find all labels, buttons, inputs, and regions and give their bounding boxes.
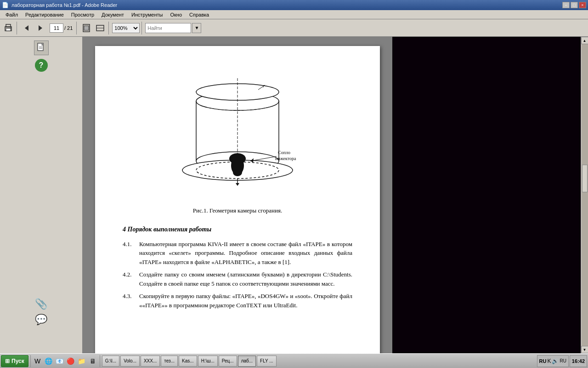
scrollbar-thumb[interactable]	[582, 165, 588, 192]
titlebar: 📄 лабораторная работа №1.pdf - Adobe Rea…	[0, 0, 588, 10]
start-button[interactable]: ⊞ Пуск	[1, 355, 28, 367]
taskbar-btn-3[interactable]: XXX...	[141, 356, 160, 367]
pdf-page: r Сопло инжектора	[95, 46, 380, 353]
svg-text:инжектора: инжектора	[275, 156, 296, 161]
sidebar-file-icon[interactable]	[34, 40, 49, 55]
zoom-select[interactable]: 50% 75% 100% 125% 150% 200%	[112, 23, 140, 33]
taskbar-btn-8[interactable]: лаб...	[238, 356, 256, 367]
svg-rect-2	[6, 29, 11, 31]
page-input[interactable]	[50, 23, 63, 33]
taskbar-quick-app3[interactable]: 📁	[77, 356, 87, 366]
content-list: 4.1. Компьютерная программа KIVA-II имее…	[123, 240, 352, 310]
print-icon	[4, 23, 13, 33]
section-heading: 4 Порядок выполнения работы	[123, 224, 352, 234]
page-total: / 21	[64, 25, 73, 31]
svg-point-3	[10, 28, 11, 29]
list-text-3: Скопируйте в первую папку файлы: «ITAPE»…	[139, 292, 352, 310]
right-panel	[392, 37, 581, 353]
taskbar-quick-ie[interactable]: 🌐	[44, 356, 54, 366]
minimize-button[interactable]: −	[562, 2, 570, 8]
menu-document[interactable]: Документ	[98, 11, 128, 18]
search-dropdown-button[interactable]: ▼	[192, 23, 201, 33]
next-icon	[37, 24, 44, 32]
taskbar-quick-word[interactable]: W	[33, 356, 43, 366]
figure-caption: Рис.1. Геометрия камеры сгорания.	[193, 206, 282, 215]
taskbar-btn-6[interactable]: H:\ш...	[198, 356, 218, 367]
taskbar-btn-5[interactable]: Kas...	[179, 356, 197, 367]
sidebar-comment-icon[interactable]: 💬	[35, 314, 47, 326]
maximize-button[interactable]: □	[571, 2, 578, 8]
list-num-2: 4.2.	[123, 270, 139, 288]
taskbar-quick-app1[interactable]: 📧	[55, 356, 65, 366]
prev-page-button[interactable]	[20, 22, 33, 34]
taskbar-btn-2[interactable]: Volo...	[120, 356, 140, 367]
right-scrollbar: ▲ ▼	[581, 37, 588, 353]
taskbar-btn-1[interactable]: G:\I...	[102, 356, 119, 367]
list-num-1: 4.1.	[123, 240, 139, 267]
svg-marker-32	[236, 183, 239, 186]
list-item-3: 4.3. Скопируйте в первую папку файлы: «I…	[123, 292, 352, 310]
menu-tools[interactable]: Инструменты	[128, 11, 167, 18]
clock: 16:42	[570, 355, 587, 367]
svg-marker-4	[25, 25, 28, 31]
search-input[interactable]	[145, 23, 191, 33]
toolbar-separator-2	[76, 22, 78, 34]
volume-icon[interactable]: RU	[560, 358, 566, 363]
network-icon: 🔊	[552, 358, 559, 364]
main-area: ? 📎 💬	[0, 37, 588, 353]
svg-line-27	[250, 156, 277, 161]
taskbar: ⊞ Пуск W 🌐 📧 🔴 📁 🖥 G:\I... Volo... XXX..…	[0, 353, 588, 368]
svg-text:Сопло: Сопло	[278, 150, 290, 155]
taskbar-btn-4[interactable]: тез...	[161, 356, 178, 367]
taskbar-btn-7[interactable]: Рец...	[219, 356, 237, 367]
toolbar-separator-4	[141, 22, 143, 34]
list-item-2: 4.2. Создайте папку со своим именем (лат…	[123, 270, 352, 288]
taskbar-right: RU K 🔊 RU 16:42	[537, 354, 588, 368]
titlebar-controls: − □ ×	[562, 2, 586, 8]
fit-page-icon	[82, 23, 91, 33]
fit-page-button[interactable]	[80, 22, 93, 34]
taskbar-quick-app4[interactable]: 🖥	[88, 356, 98, 366]
menu-edit[interactable]: Редактирование	[22, 11, 68, 18]
menu-view[interactable]: Просмотр	[68, 11, 98, 18]
toolbar: / 21 50% 75% 100% 125% 150% 200% ▼	[0, 19, 588, 37]
left-sidebar: ? 📎 💬	[0, 37, 83, 353]
kaspersky-icon[interactable]: K	[547, 358, 551, 364]
start-label: Пуск	[11, 358, 24, 364]
taskbar-btn-9[interactable]: FLY ...	[257, 356, 277, 367]
svg-marker-5	[39, 25, 42, 31]
svg-rect-7	[84, 26, 89, 30]
next-page-button[interactable]	[34, 22, 47, 34]
list-text-2: Создайте папку со своим именем (латински…	[139, 270, 352, 288]
lang-indicator[interactable]: RU	[539, 358, 547, 364]
titlebar-icon: 📄	[2, 2, 9, 8]
scrollbar-track[interactable]	[582, 44, 588, 346]
scrollbar-up-button[interactable]: ▲	[581, 37, 588, 44]
fit-width-icon	[96, 23, 105, 33]
list-item-1: 4.1. Компьютерная программа KIVA-II имее…	[123, 240, 352, 267]
sidebar-help-icon[interactable]: ?	[35, 59, 48, 72]
systray: RU K 🔊 RU	[537, 355, 569, 367]
figure-area: r Сопло инжектора	[123, 74, 352, 215]
injector-diagram: r Сопло инжектора	[173, 74, 302, 202]
prev-icon	[23, 24, 30, 32]
toolbar-separator-1	[17, 22, 18, 34]
toolbar-separator-3	[108, 22, 110, 34]
close-button[interactable]: ×	[579, 2, 586, 8]
scrollbar-down-button[interactable]: ▼	[581, 346, 588, 353]
list-num-3: 4.3.	[123, 292, 139, 310]
taskbar-separator-2	[100, 355, 100, 367]
pdf-area[interactable]: r Сопло инжектора	[83, 37, 392, 353]
taskbar-separator-1	[30, 355, 31, 367]
sidebar-attach-icon[interactable]: 📎	[35, 298, 47, 310]
svg-point-26	[233, 169, 242, 176]
page-nav: / 21	[50, 23, 73, 33]
start-windows-icon: ⊞	[5, 358, 10, 364]
taskbar-quick-app2[interactable]: 🔴	[66, 356, 76, 366]
menu-help[interactable]: Справка	[186, 11, 213, 18]
fit-width-button[interactable]	[94, 22, 107, 34]
menu-file[interactable]: Файл	[2, 11, 22, 18]
menubar: Файл Редактирование Просмотр Документ Ин…	[0, 10, 588, 19]
menu-window[interactable]: Окно	[166, 11, 186, 18]
print-button[interactable]	[2, 22, 15, 34]
